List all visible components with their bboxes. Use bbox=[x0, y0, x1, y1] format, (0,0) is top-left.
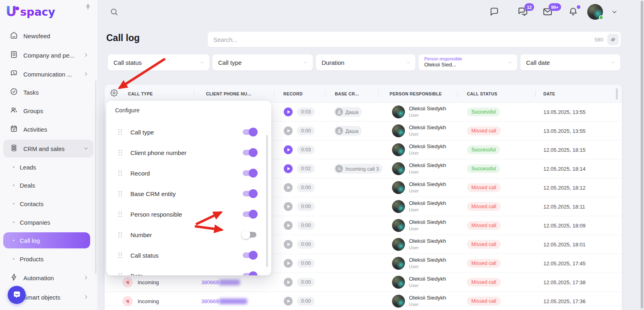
duration-pill: 0:00 bbox=[297, 183, 315, 192]
drag-handle-icon[interactable] bbox=[118, 273, 122, 276]
column-header-call-type: CALL TYPE bbox=[128, 85, 153, 103]
drag-handle-icon[interactable] bbox=[118, 232, 122, 238]
configure-columns-gear-icon[interactable] bbox=[110, 89, 118, 98]
table-scrollbar-thumb[interactable] bbox=[616, 88, 618, 99]
filter-value: Oleksii Sied... bbox=[424, 62, 456, 68]
status-badge: Successful bbox=[467, 164, 500, 173]
filter-call-type[interactable]: Call type bbox=[213, 54, 313, 70]
task-check-icon bbox=[10, 87, 18, 97]
popup-scrollbar-thumb[interactable] bbox=[266, 135, 268, 267]
sidebar-item-crm-and-sales[interactable]: CRM and sales bbox=[3, 140, 93, 157]
sidebar-item-company[interactable]: Company and pe... bbox=[3, 47, 93, 63]
sidebar-item-label: Communication ... bbox=[23, 71, 72, 78]
clear-filters-button[interactable] bbox=[607, 34, 619, 45]
filter-person-responsible[interactable]: Person responsible Oleksii Sied... bbox=[419, 54, 517, 70]
bell-icon[interactable] bbox=[568, 6, 578, 19]
uspacy-logo[interactable]: U spacy bbox=[6, 4, 92, 20]
person-name: Oleksii Siedykh bbox=[409, 276, 446, 283]
toggle-number[interactable] bbox=[242, 230, 258, 240]
toggle-client-phone[interactable] bbox=[242, 148, 258, 157]
toggle-call-type[interactable] bbox=[242, 127, 258, 137]
sidebar-subitem-products[interactable]: Products bbox=[3, 251, 90, 267]
column-divider bbox=[457, 90, 457, 97]
drag-handle-icon[interactable] bbox=[118, 211, 122, 217]
table-header: CALL TYPE CLIENT PHONE NU... RECORD BASE… bbox=[105, 85, 622, 103]
status-badge: Missed call bbox=[467, 126, 501, 135]
user-avatar[interactable] bbox=[587, 4, 603, 20]
search-icon[interactable] bbox=[109, 7, 119, 18]
subitem-label: Contacts bbox=[20, 200, 43, 207]
profile-chevron-down-icon[interactable] bbox=[611, 9, 617, 17]
person-role: User bbox=[409, 131, 446, 137]
toggle-person-responsible[interactable] bbox=[242, 209, 258, 219]
duration-pill: 0:00 bbox=[297, 126, 315, 135]
subitem-label: Leads bbox=[20, 164, 36, 171]
table-row[interactable]: Incoming 380669 0:00 Oleksii SiedykhUser… bbox=[105, 292, 622, 310]
crm-coil-icon bbox=[10, 144, 18, 153]
chats-badge: 12 bbox=[524, 3, 534, 11]
sidebar-item-groups[interactable]: Groups bbox=[3, 103, 93, 119]
drag-handle-icon[interactable] bbox=[118, 170, 122, 176]
base-crm-chip[interactable]: ДДаша bbox=[334, 126, 362, 136]
client-phone[interactable]: 380669 bbox=[201, 298, 247, 304]
sidebar-item-activities[interactable]: Activities bbox=[3, 121, 93, 137]
sidebar-subitem-leads[interactable]: Leads bbox=[3, 159, 90, 175]
search-bar: 580 bbox=[208, 32, 621, 47]
chat-smile-icon bbox=[12, 290, 22, 300]
sidebar-item-communication[interactable]: Communication ... bbox=[3, 66, 93, 82]
sidebar-item-tasks[interactable]: Tasks bbox=[3, 84, 93, 100]
person-name: Oleksii Siedykh bbox=[409, 219, 446, 226]
play-record-button[interactable] bbox=[284, 297, 293, 306]
toggle-date[interactable] bbox=[242, 271, 258, 276]
sidebar-subitem-companies[interactable]: Companies bbox=[3, 214, 90, 230]
filter-call-date[interactable]: Call date bbox=[520, 54, 620, 70]
page-scrollbar[interactable] bbox=[640, 0, 644, 310]
incoming-call-icon bbox=[122, 296, 133, 306]
drag-handle-icon[interactable] bbox=[118, 129, 122, 135]
play-record-button[interactable] bbox=[284, 183, 293, 192]
duration-pill: 0:00 bbox=[297, 297, 315, 306]
table-row[interactable]: Incoming 380669 0:00 Oleksii SiedykhUser… bbox=[105, 273, 622, 292]
play-record-button[interactable] bbox=[284, 202, 293, 211]
sidebar-subitem-contacts[interactable]: Contacts bbox=[3, 196, 90, 212]
play-record-button[interactable] bbox=[284, 126, 293, 135]
drag-handle-icon[interactable] bbox=[118, 150, 122, 155]
play-record-button[interactable] bbox=[284, 259, 293, 268]
play-record-button[interactable] bbox=[284, 278, 293, 287]
toggle-base-crm[interactable] bbox=[242, 189, 258, 198]
incoming-call-icon bbox=[122, 277, 133, 287]
play-record-button[interactable] bbox=[284, 221, 293, 230]
sidebar-subitem-call-log[interactable]: Call log bbox=[3, 232, 90, 248]
person-plus-icon bbox=[335, 165, 343, 173]
play-record-button[interactable] bbox=[284, 240, 293, 249]
base-crm-chip[interactable]: ДДаша bbox=[334, 107, 362, 117]
filter-call-status[interactable]: Call status bbox=[108, 54, 209, 70]
sidebar-scrollbar[interactable] bbox=[95, 81, 97, 274]
client-phone[interactable]: 380669 bbox=[201, 279, 240, 285]
redacted-phone-blur bbox=[219, 298, 247, 304]
play-record-button[interactable] bbox=[284, 164, 293, 173]
chevron-down-icon bbox=[508, 59, 512, 66]
chevron-down-icon bbox=[303, 59, 308, 66]
contact-initial: Д bbox=[335, 127, 343, 135]
sidebar-subitem-deals[interactable]: Deals bbox=[3, 177, 90, 193]
call-date: 12.05.2025, 18:01 bbox=[543, 242, 586, 248]
base-crm-chip[interactable]: Incoming call 3 bbox=[334, 164, 382, 174]
play-record-button[interactable] bbox=[284, 145, 293, 154]
search-input[interactable] bbox=[208, 36, 594, 43]
toggle-record[interactable] bbox=[242, 168, 258, 178]
pin-sidebar-icon[interactable] bbox=[84, 3, 92, 12]
drag-handle-icon[interactable] bbox=[118, 191, 122, 196]
toggle-call-status[interactable] bbox=[242, 250, 258, 260]
page-scrollbar-thumb[interactable] bbox=[641, 1, 643, 308]
message-bubble-icon[interactable] bbox=[489, 6, 500, 19]
sidebar-item-automation[interactable]: Automation bbox=[3, 270, 93, 286]
duration-pill: 0:00 bbox=[297, 202, 315, 211]
sidebar-item-newsfeed[interactable]: Newsfeed bbox=[3, 28, 93, 44]
contact-initial: Д bbox=[335, 108, 343, 116]
play-record-button[interactable] bbox=[284, 107, 293, 116]
subitem-label: Companies bbox=[20, 219, 50, 226]
filter-duration[interactable]: Duration bbox=[316, 54, 415, 70]
drag-handle-icon[interactable] bbox=[118, 252, 122, 258]
chat-widget-button[interactable] bbox=[8, 286, 26, 304]
